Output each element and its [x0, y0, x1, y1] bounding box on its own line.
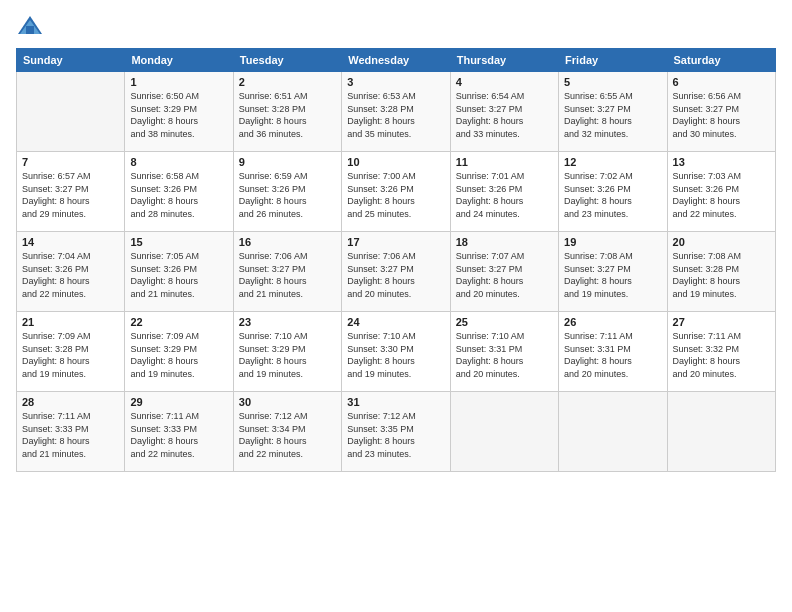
- day-info: Sunrise: 7:10 AM Sunset: 3:30 PM Dayligh…: [347, 331, 416, 379]
- calendar-cell: 13Sunrise: 7:03 AM Sunset: 3:26 PM Dayli…: [667, 152, 775, 232]
- day-number: 28: [22, 396, 119, 408]
- day-info: Sunrise: 6:53 AM Sunset: 3:28 PM Dayligh…: [347, 91, 416, 139]
- calendar-cell: 17Sunrise: 7:06 AM Sunset: 3:27 PM Dayli…: [342, 232, 450, 312]
- page-container: SundayMondayTuesdayWednesdayThursdayFrid…: [0, 0, 792, 612]
- calendar-cell: 10Sunrise: 7:00 AM Sunset: 3:26 PM Dayli…: [342, 152, 450, 232]
- day-info: Sunrise: 7:01 AM Sunset: 3:26 PM Dayligh…: [456, 171, 525, 219]
- day-info: Sunrise: 7:12 AM Sunset: 3:35 PM Dayligh…: [347, 411, 416, 459]
- day-info: Sunrise: 6:55 AM Sunset: 3:27 PM Dayligh…: [564, 91, 633, 139]
- day-number: 30: [239, 396, 336, 408]
- calendar-cell: 25Sunrise: 7:10 AM Sunset: 3:31 PM Dayli…: [450, 312, 558, 392]
- calendar-cell: 5Sunrise: 6:55 AM Sunset: 3:27 PM Daylig…: [559, 72, 667, 152]
- day-number: 16: [239, 236, 336, 248]
- calendar-cell: 23Sunrise: 7:10 AM Sunset: 3:29 PM Dayli…: [233, 312, 341, 392]
- day-info: Sunrise: 6:59 AM Sunset: 3:26 PM Dayligh…: [239, 171, 308, 219]
- day-number: 13: [673, 156, 770, 168]
- day-number: 23: [239, 316, 336, 328]
- logo-icon: [16, 12, 44, 40]
- calendar-cell: 21Sunrise: 7:09 AM Sunset: 3:28 PM Dayli…: [17, 312, 125, 392]
- day-number: 22: [130, 316, 227, 328]
- day-number: 1: [130, 76, 227, 88]
- day-number: 20: [673, 236, 770, 248]
- weekday-header-friday: Friday: [559, 49, 667, 72]
- day-info: Sunrise: 7:11 AM Sunset: 3:33 PM Dayligh…: [130, 411, 199, 459]
- day-number: 21: [22, 316, 119, 328]
- calendar-cell: 18Sunrise: 7:07 AM Sunset: 3:27 PM Dayli…: [450, 232, 558, 312]
- header: [16, 12, 776, 40]
- calendar-cell: 31Sunrise: 7:12 AM Sunset: 3:35 PM Dayli…: [342, 392, 450, 472]
- calendar-cell: [667, 392, 775, 472]
- day-info: Sunrise: 7:11 AM Sunset: 3:33 PM Dayligh…: [22, 411, 91, 459]
- calendar-cell: [559, 392, 667, 472]
- day-info: Sunrise: 6:57 AM Sunset: 3:27 PM Dayligh…: [22, 171, 91, 219]
- day-number: 24: [347, 316, 444, 328]
- calendar-cell: 12Sunrise: 7:02 AM Sunset: 3:26 PM Dayli…: [559, 152, 667, 232]
- day-info: Sunrise: 7:04 AM Sunset: 3:26 PM Dayligh…: [22, 251, 91, 299]
- calendar-cell: 16Sunrise: 7:06 AM Sunset: 3:27 PM Dayli…: [233, 232, 341, 312]
- day-info: Sunrise: 7:11 AM Sunset: 3:32 PM Dayligh…: [673, 331, 742, 379]
- calendar-cell: 30Sunrise: 7:12 AM Sunset: 3:34 PM Dayli…: [233, 392, 341, 472]
- week-row-5: 28Sunrise: 7:11 AM Sunset: 3:33 PM Dayli…: [17, 392, 776, 472]
- day-number: 15: [130, 236, 227, 248]
- day-number: 31: [347, 396, 444, 408]
- day-info: Sunrise: 7:03 AM Sunset: 3:26 PM Dayligh…: [673, 171, 742, 219]
- day-info: Sunrise: 7:02 AM Sunset: 3:26 PM Dayligh…: [564, 171, 633, 219]
- calendar-cell: 26Sunrise: 7:11 AM Sunset: 3:31 PM Dayli…: [559, 312, 667, 392]
- weekday-header-saturday: Saturday: [667, 49, 775, 72]
- calendar-table: SundayMondayTuesdayWednesdayThursdayFrid…: [16, 48, 776, 472]
- day-info: Sunrise: 7:10 AM Sunset: 3:29 PM Dayligh…: [239, 331, 308, 379]
- day-number: 27: [673, 316, 770, 328]
- day-number: 17: [347, 236, 444, 248]
- calendar-cell: 20Sunrise: 7:08 AM Sunset: 3:28 PM Dayli…: [667, 232, 775, 312]
- day-number: 5: [564, 76, 661, 88]
- calendar-body: 1Sunrise: 6:50 AM Sunset: 3:29 PM Daylig…: [17, 72, 776, 472]
- weekday-row: SundayMondayTuesdayWednesdayThursdayFrid…: [17, 49, 776, 72]
- weekday-header-wednesday: Wednesday: [342, 49, 450, 72]
- weekday-header-tuesday: Tuesday: [233, 49, 341, 72]
- day-info: Sunrise: 7:09 AM Sunset: 3:29 PM Dayligh…: [130, 331, 199, 379]
- calendar-cell: 7Sunrise: 6:57 AM Sunset: 3:27 PM Daylig…: [17, 152, 125, 232]
- calendar-cell: 2Sunrise: 6:51 AM Sunset: 3:28 PM Daylig…: [233, 72, 341, 152]
- day-number: 26: [564, 316, 661, 328]
- calendar-cell: [450, 392, 558, 472]
- calendar-cell: 14Sunrise: 7:04 AM Sunset: 3:26 PM Dayli…: [17, 232, 125, 312]
- calendar-cell: 11Sunrise: 7:01 AM Sunset: 3:26 PM Dayli…: [450, 152, 558, 232]
- day-number: 9: [239, 156, 336, 168]
- calendar-cell: 3Sunrise: 6:53 AM Sunset: 3:28 PM Daylig…: [342, 72, 450, 152]
- day-info: Sunrise: 7:08 AM Sunset: 3:28 PM Dayligh…: [673, 251, 742, 299]
- day-number: 10: [347, 156, 444, 168]
- calendar-cell: 6Sunrise: 6:56 AM Sunset: 3:27 PM Daylig…: [667, 72, 775, 152]
- day-info: Sunrise: 7:06 AM Sunset: 3:27 PM Dayligh…: [239, 251, 308, 299]
- day-number: 29: [130, 396, 227, 408]
- day-info: Sunrise: 7:08 AM Sunset: 3:27 PM Dayligh…: [564, 251, 633, 299]
- day-number: 6: [673, 76, 770, 88]
- weekday-header-thursday: Thursday: [450, 49, 558, 72]
- day-number: 11: [456, 156, 553, 168]
- calendar-cell: 27Sunrise: 7:11 AM Sunset: 3:32 PM Dayli…: [667, 312, 775, 392]
- week-row-2: 7Sunrise: 6:57 AM Sunset: 3:27 PM Daylig…: [17, 152, 776, 232]
- calendar-cell: 9Sunrise: 6:59 AM Sunset: 3:26 PM Daylig…: [233, 152, 341, 232]
- day-info: Sunrise: 7:12 AM Sunset: 3:34 PM Dayligh…: [239, 411, 308, 459]
- day-number: 19: [564, 236, 661, 248]
- day-number: 14: [22, 236, 119, 248]
- calendar-cell: [17, 72, 125, 152]
- calendar-cell: 1Sunrise: 6:50 AM Sunset: 3:29 PM Daylig…: [125, 72, 233, 152]
- day-number: 2: [239, 76, 336, 88]
- calendar-cell: 4Sunrise: 6:54 AM Sunset: 3:27 PM Daylig…: [450, 72, 558, 152]
- calendar-cell: 19Sunrise: 7:08 AM Sunset: 3:27 PM Dayli…: [559, 232, 667, 312]
- week-row-1: 1Sunrise: 6:50 AM Sunset: 3:29 PM Daylig…: [17, 72, 776, 152]
- day-number: 25: [456, 316, 553, 328]
- day-info: Sunrise: 7:05 AM Sunset: 3:26 PM Dayligh…: [130, 251, 199, 299]
- day-info: Sunrise: 6:58 AM Sunset: 3:26 PM Dayligh…: [130, 171, 199, 219]
- calendar-cell: 15Sunrise: 7:05 AM Sunset: 3:26 PM Dayli…: [125, 232, 233, 312]
- calendar-cell: 29Sunrise: 7:11 AM Sunset: 3:33 PM Dayli…: [125, 392, 233, 472]
- day-info: Sunrise: 6:56 AM Sunset: 3:27 PM Dayligh…: [673, 91, 742, 139]
- calendar-cell: 22Sunrise: 7:09 AM Sunset: 3:29 PM Dayli…: [125, 312, 233, 392]
- day-info: Sunrise: 6:54 AM Sunset: 3:27 PM Dayligh…: [456, 91, 525, 139]
- calendar-cell: 24Sunrise: 7:10 AM Sunset: 3:30 PM Dayli…: [342, 312, 450, 392]
- svg-rect-2: [26, 26, 34, 34]
- day-number: 12: [564, 156, 661, 168]
- day-info: Sunrise: 7:00 AM Sunset: 3:26 PM Dayligh…: [347, 171, 416, 219]
- day-number: 18: [456, 236, 553, 248]
- day-info: Sunrise: 7:11 AM Sunset: 3:31 PM Dayligh…: [564, 331, 633, 379]
